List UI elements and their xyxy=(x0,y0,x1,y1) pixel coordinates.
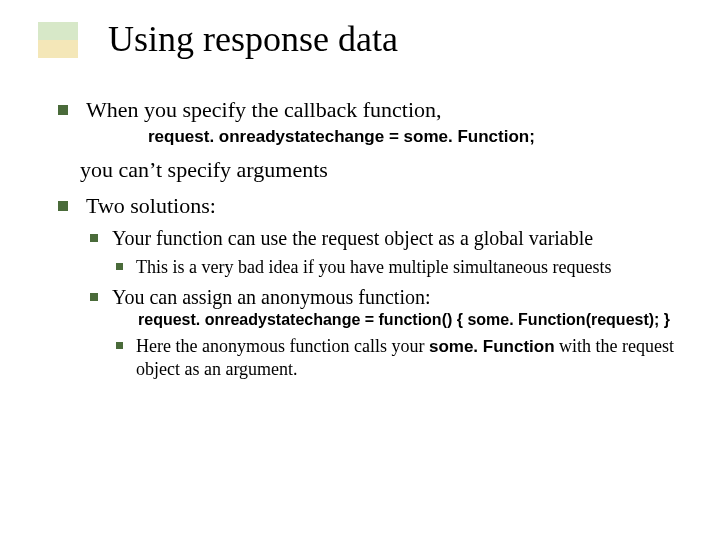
l3-item-explain-code: some. Function xyxy=(429,337,555,356)
l1-item-callback: When you specify the callback function, … xyxy=(56,96,684,148)
slide-title: Using response data xyxy=(108,18,680,60)
l1-item-callback-text: When you specify the callback function, xyxy=(86,97,442,122)
code-line-onreadystatechange: request. onreadystatechange = some. Func… xyxy=(148,126,684,148)
l1-item-callback-continuation: you can’t specify arguments xyxy=(50,156,684,184)
l3-item-badidea-text: This is a very bad idea if you have mult… xyxy=(136,257,611,277)
l3-item-explain-pre: Here the anonymous function calls your xyxy=(136,336,429,356)
bullet-list-level3-b: Here the anonymous function calls your s… xyxy=(112,335,684,381)
slide: Using response data When you specify the… xyxy=(0,0,720,540)
bullet-list-level3-a: This is a very bad idea if you have mult… xyxy=(112,256,684,279)
l3-item-explain: Here the anonymous function calls your s… xyxy=(112,335,684,381)
l1-item-solutions: Two solutions: Your function can use the… xyxy=(56,192,684,381)
l1-item-solutions-text: Two solutions: xyxy=(86,193,216,218)
l2-item-global-text: Your function can use the request object… xyxy=(112,227,593,249)
l2-item-anonfn-text: You can assign an anonymous function: xyxy=(112,286,431,308)
l2-item-anonfn: You can assign an anonymous function: re… xyxy=(86,285,684,381)
l1-item-callback-cont-text: you can’t specify arguments xyxy=(80,157,328,182)
l3-item-badidea: This is a very bad idea if you have mult… xyxy=(112,256,684,279)
l2-item-global: Your function can use the request object… xyxy=(86,226,684,279)
code-line-anonfn: request. onreadystatechange = function()… xyxy=(138,310,684,330)
title-wrap: Using response data xyxy=(40,18,680,60)
bullet-list-level1: When you specify the callback function, … xyxy=(56,96,684,381)
bullet-list-level2: Your function can use the request object… xyxy=(86,226,684,381)
slide-body: When you specify the callback function, … xyxy=(56,96,684,389)
